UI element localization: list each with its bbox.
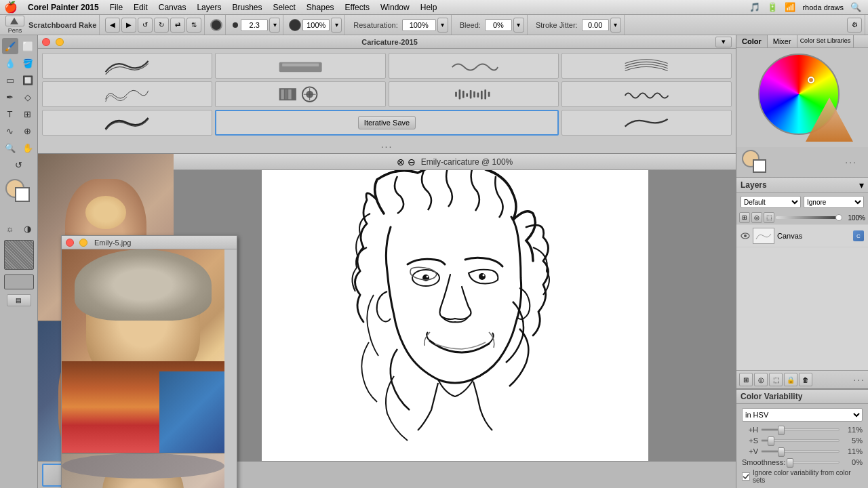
brush-cell-iterative[interactable]: Iterative Save (215, 110, 559, 136)
ref-photo-main[interactable] (62, 249, 224, 453)
composite-select[interactable]: Ignore (804, 196, 864, 208)
cv-v-thumb[interactable] (778, 447, 785, 457)
dropper-tool[interactable]: 💧 (2, 55, 18, 71)
layer-foot-btn-2[interactable]: ◎ (754, 373, 768, 386)
text-tool[interactable]: T (2, 106, 18, 122)
layers-foot-dots[interactable]: ··· (853, 374, 865, 385)
prev-brush-button[interactable]: ◀ (105, 18, 120, 33)
brush-cell-5[interactable] (42, 81, 212, 107)
canvas-viewport[interactable] (174, 170, 736, 480)
canvas-window-min[interactable]: ⊖ (408, 157, 416, 167)
cv-smooth-slider[interactable] (788, 461, 840, 464)
brush-cell-6[interactable] (215, 81, 385, 107)
ref-window-titlebar[interactable]: Emily-5.jpg (62, 236, 237, 249)
resaturation-input[interactable] (402, 19, 436, 31)
ref-window-min[interactable] (79, 239, 87, 247)
jitter-stepper[interactable]: ▾ (610, 18, 621, 33)
menu-shapes[interactable]: Shapes (302, 1, 339, 14)
shape-tool[interactable]: ◇ (20, 89, 36, 105)
clone-tool[interactable]: ⊕ (20, 123, 36, 139)
ref-photo-side[interactable] (62, 453, 224, 488)
cv-s-slider[interactable] (761, 439, 840, 442)
brush-cell-3[interactable] (389, 53, 559, 79)
layer-foot-btn-4[interactable]: 🔒 (784, 373, 797, 386)
fill-tool[interactable]: 🪣 (20, 55, 36, 71)
brush-cell-2[interactable] (215, 53, 385, 79)
menu-help[interactable]: Help (416, 1, 442, 14)
menu-brushes[interactable]: Brushes (227, 1, 267, 14)
brush-panel-minimize[interactable] (56, 38, 64, 46)
smear-tool[interactable]: ∿ (2, 123, 18, 139)
hand-tool[interactable]: ✋ (20, 140, 36, 156)
opacity-input[interactable] (302, 19, 330, 31)
menu-app[interactable]: Corel Painter 2015 (23, 1, 104, 14)
mirror-button[interactable]: ⇅ (186, 18, 201, 33)
menu-layers[interactable]: Layers (192, 1, 226, 14)
bleed-input[interactable] (485, 19, 512, 31)
paper-texture-thumb[interactable] (4, 240, 34, 270)
brush-cell-7[interactable] (389, 81, 559, 107)
layers-chevron[interactable]: ▾ (859, 180, 864, 190)
tab-mixer[interactable]: Mixer (768, 35, 797, 47)
ref-window-close[interactable] (66, 239, 74, 247)
brush-panel-close[interactable] (42, 38, 50, 46)
brush-cell-10[interactable] (561, 110, 732, 136)
layer-icon-3[interactable]: ⬚ (764, 212, 774, 223)
brush-cell-9[interactable] (42, 110, 212, 136)
layer-foot-btn-3[interactable]: ⬚ (769, 373, 783, 386)
menu-canvas[interactable]: Canvas (154, 1, 191, 14)
lasso-tool[interactable]: 🔲 (20, 72, 36, 88)
cv-h-thumb[interactable] (778, 426, 785, 435)
opacity-slider-thumb[interactable] (835, 214, 842, 221)
rotate-canvas-tool[interactable]: ↺ (11, 157, 27, 173)
brush-tool[interactable]: 🖌️ (2, 38, 18, 54)
magnify-tool[interactable]: 🔍 (2, 140, 18, 156)
cv-mode-select[interactable]: in HSV (742, 408, 863, 422)
brush-cell-4[interactable] (561, 53, 732, 79)
layer-icon-2[interactable]: ◎ (751, 212, 762, 223)
layout-button[interactable]: ▤ (7, 294, 31, 306)
brush-cell-8[interactable] (561, 81, 732, 107)
paper-texture-thumb2[interactable] (4, 274, 34, 289)
cv-v-slider[interactable] (761, 450, 840, 453)
cv-h-slider[interactable] (761, 428, 840, 431)
menu-file[interactable]: File (105, 1, 127, 14)
brush-mode-circle[interactable] (210, 19, 222, 31)
resaturation-stepper[interactable]: ▾ (437, 18, 448, 33)
canvas-drawing[interactable] (262, 170, 648, 480)
size-input[interactable] (241, 19, 268, 31)
menu-effects[interactable]: Effects (340, 1, 374, 14)
rotate-left-button[interactable]: ↺ (138, 18, 153, 33)
rotate-right-button[interactable]: ↻ (154, 18, 169, 33)
tab-color-set[interactable]: Color Set Libraries (797, 35, 854, 47)
dodge-tool[interactable]: ☼ (2, 220, 18, 237)
tab-color[interactable]: Color (736, 35, 768, 47)
menu-window[interactable]: Window (376, 1, 414, 14)
brush-panel-dots[interactable]: ··· (38, 141, 736, 152)
burn-tool[interactable]: ◑ (20, 220, 36, 237)
eraser-tool[interactable]: ⬜ (20, 38, 36, 54)
blend-mode-select[interactable]: Default (741, 196, 801, 208)
cv-s-thumb[interactable] (768, 436, 774, 446)
opacity-stepper[interactable]: ▾ (331, 18, 342, 33)
background-swatch[interactable] (753, 159, 766, 173)
stroke-jitter-input[interactable] (582, 19, 609, 31)
apple-menu[interactable]: 🍎 (4, 1, 18, 14)
flip-button[interactable]: ⇄ (170, 18, 185, 33)
menu-edit[interactable]: Edit (129, 1, 153, 14)
brush-cell-1[interactable] (42, 53, 212, 79)
layer-visibility-toggle[interactable] (741, 231, 750, 241)
brush-panel-options[interactable]: ▾ (715, 37, 732, 47)
pen-icon[interactable] (5, 16, 24, 26)
layer-item-canvas[interactable]: Canvas C (736, 225, 868, 247)
cv-smooth-thumb[interactable] (787, 458, 793, 468)
size-stepper[interactable]: ▾ (269, 18, 280, 33)
color-wheel-container[interactable] (758, 54, 846, 142)
menu-select[interactable]: Select (269, 1, 300, 14)
next-brush-button[interactable]: ▶ (121, 18, 136, 33)
canvas-window-close[interactable]: ⊗ (397, 157, 405, 167)
rect-select-tool[interactable]: ▭ (2, 72, 18, 88)
pen-tool[interactable]: ✒ (2, 89, 18, 105)
cv-checkbox[interactable] (742, 472, 750, 481)
layer-foot-btn-1[interactable]: ⊞ (739, 373, 753, 386)
